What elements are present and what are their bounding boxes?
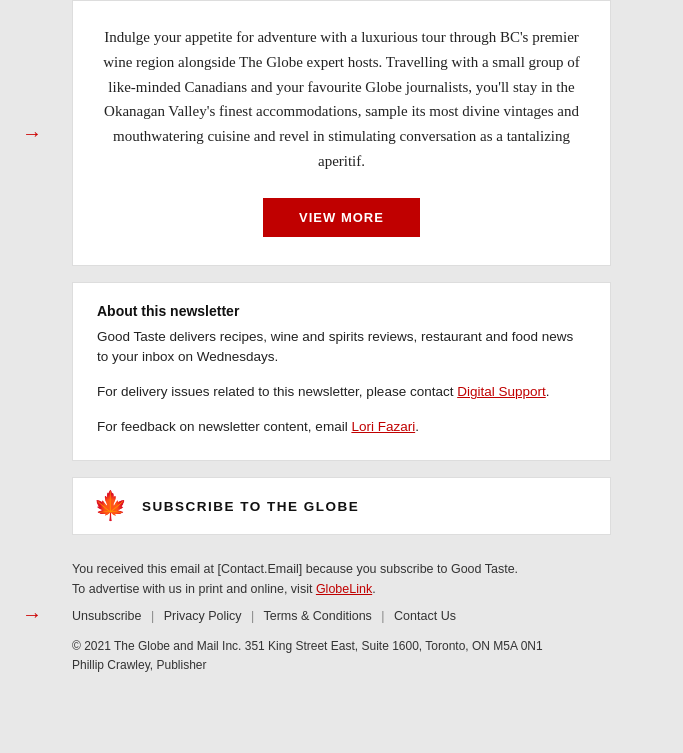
newsletter-paragraph3: For feedback on newsletter content, emai… bbox=[97, 417, 586, 438]
main-content-card: Indulge your appetite for adventure with… bbox=[72, 0, 611, 266]
separator-2: | bbox=[251, 609, 254, 623]
newsletter-p2-prefix: For delivery issues related to this news… bbox=[97, 384, 457, 399]
left-arrow-bottom: → bbox=[22, 603, 42, 626]
terms-conditions-link[interactable]: Terms & Conditions bbox=[263, 609, 371, 623]
footer-main-text: You received this email at [Contact.Emai… bbox=[72, 559, 611, 599]
footer-address-line1: © 2021 The Globe and Mail Inc. 351 King … bbox=[72, 637, 611, 656]
newsletter-p2-suffix: . bbox=[546, 384, 550, 399]
newsletter-card: About this newsletter Good Taste deliver… bbox=[72, 282, 611, 462]
footer-container: → You received this email at [Contact.Em… bbox=[0, 551, 683, 683]
description-text: Indulge your appetite for adventure with… bbox=[103, 25, 580, 174]
digital-support-link[interactable]: Digital Support bbox=[457, 384, 546, 399]
footer-line1: You received this email at [Contact.Emai… bbox=[72, 562, 518, 576]
footer-address: © 2021 The Globe and Mail Inc. 351 King … bbox=[72, 637, 611, 675]
maple-leaf-icon: 🍁 bbox=[93, 492, 128, 520]
newsletter-paragraph1: Good Taste delivers recipes, wine and sp… bbox=[97, 327, 586, 369]
lori-fazari-link[interactable]: Lori Fazari bbox=[351, 419, 415, 434]
separator-1: | bbox=[151, 609, 154, 623]
view-more-button[interactable]: VIEW MORE bbox=[263, 198, 420, 237]
contact-us-link[interactable]: Contact Us bbox=[394, 609, 456, 623]
page-wrapper: → Indulge your appetite for adventure wi… bbox=[0, 0, 683, 684]
globelink-link[interactable]: GlobeLink bbox=[316, 582, 372, 596]
footer-line2-prefix: To advertise with us in print and online… bbox=[72, 582, 316, 596]
privacy-policy-link[interactable]: Privacy Policy bbox=[164, 609, 242, 623]
left-arrow-top: → bbox=[22, 121, 42, 144]
separator-3: | bbox=[381, 609, 384, 623]
footer-address-line2: Phillip Crawley, Publisher bbox=[72, 656, 611, 675]
unsubscribe-link[interactable]: Unsubscribe bbox=[72, 609, 141, 623]
footer-line2-suffix: . bbox=[372, 582, 375, 596]
newsletter-p3-suffix: . bbox=[415, 419, 419, 434]
newsletter-title: About this newsletter bbox=[97, 303, 586, 319]
footer-section: You received this email at [Contact.Emai… bbox=[72, 551, 611, 683]
newsletter-p3-prefix: For feedback on newsletter content, emai… bbox=[97, 419, 351, 434]
subscribe-section: 🍁 SUBSCRIBE TO THE GLOBE bbox=[72, 477, 611, 535]
subscribe-label: SUBSCRIBE TO THE GLOBE bbox=[142, 499, 359, 514]
newsletter-paragraph2: For delivery issues related to this news… bbox=[97, 382, 586, 403]
footer-links: Unsubscribe | Privacy Policy | Terms & C… bbox=[72, 609, 611, 623]
